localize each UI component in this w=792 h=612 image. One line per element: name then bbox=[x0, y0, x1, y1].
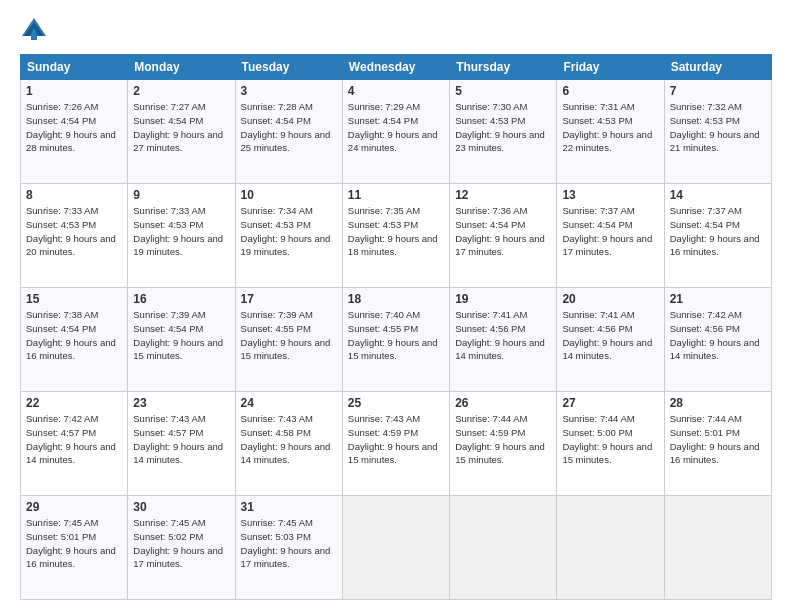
day-of-week-header: Friday bbox=[557, 55, 664, 80]
day-number: 6 bbox=[562, 84, 658, 98]
calendar-cell: 3Sunrise: 7:28 AMSunset: 4:54 PMDaylight… bbox=[235, 80, 342, 184]
day-number: 11 bbox=[348, 188, 444, 202]
calendar-cell: 11Sunrise: 7:35 AMSunset: 4:53 PMDayligh… bbox=[342, 184, 449, 288]
header bbox=[20, 16, 772, 44]
day-number: 8 bbox=[26, 188, 122, 202]
calendar-cell: 16Sunrise: 7:39 AMSunset: 4:54 PMDayligh… bbox=[128, 288, 235, 392]
day-info: Sunrise: 7:26 AMSunset: 4:54 PMDaylight:… bbox=[26, 100, 122, 155]
calendar-cell bbox=[557, 496, 664, 600]
day-of-week-header: Wednesday bbox=[342, 55, 449, 80]
day-info: Sunrise: 7:45 AMSunset: 5:03 PMDaylight:… bbox=[241, 516, 337, 571]
logo bbox=[20, 16, 52, 44]
day-info: Sunrise: 7:29 AMSunset: 4:54 PMDaylight:… bbox=[348, 100, 444, 155]
day-number: 4 bbox=[348, 84, 444, 98]
day-info: Sunrise: 7:33 AMSunset: 4:53 PMDaylight:… bbox=[133, 204, 229, 259]
calendar-cell: 22Sunrise: 7:42 AMSunset: 4:57 PMDayligh… bbox=[21, 392, 128, 496]
calendar-cell: 25Sunrise: 7:43 AMSunset: 4:59 PMDayligh… bbox=[342, 392, 449, 496]
calendar-cell: 1Sunrise: 7:26 AMSunset: 4:54 PMDaylight… bbox=[21, 80, 128, 184]
day-number: 25 bbox=[348, 396, 444, 410]
day-info: Sunrise: 7:43 AMSunset: 4:59 PMDaylight:… bbox=[348, 412, 444, 467]
day-info: Sunrise: 7:45 AMSunset: 5:01 PMDaylight:… bbox=[26, 516, 122, 571]
day-number: 13 bbox=[562, 188, 658, 202]
day-number: 10 bbox=[241, 188, 337, 202]
day-number: 29 bbox=[26, 500, 122, 514]
day-of-week-header: Tuesday bbox=[235, 55, 342, 80]
day-info: Sunrise: 7:44 AMSunset: 5:00 PMDaylight:… bbox=[562, 412, 658, 467]
logo-icon bbox=[20, 16, 48, 44]
calendar-cell: 9Sunrise: 7:33 AMSunset: 4:53 PMDaylight… bbox=[128, 184, 235, 288]
calendar-cell: 8Sunrise: 7:33 AMSunset: 4:53 PMDaylight… bbox=[21, 184, 128, 288]
day-info: Sunrise: 7:37 AMSunset: 4:54 PMDaylight:… bbox=[670, 204, 766, 259]
day-info: Sunrise: 7:34 AMSunset: 4:53 PMDaylight:… bbox=[241, 204, 337, 259]
day-number: 22 bbox=[26, 396, 122, 410]
calendar-cell: 21Sunrise: 7:42 AMSunset: 4:56 PMDayligh… bbox=[664, 288, 771, 392]
day-info: Sunrise: 7:44 AMSunset: 5:01 PMDaylight:… bbox=[670, 412, 766, 467]
day-info: Sunrise: 7:39 AMSunset: 4:55 PMDaylight:… bbox=[241, 308, 337, 363]
calendar-cell: 28Sunrise: 7:44 AMSunset: 5:01 PMDayligh… bbox=[664, 392, 771, 496]
day-number: 1 bbox=[26, 84, 122, 98]
calendar-header: SundayMondayTuesdayWednesdayThursdayFrid… bbox=[21, 55, 772, 80]
day-number: 9 bbox=[133, 188, 229, 202]
calendar-cell: 6Sunrise: 7:31 AMSunset: 4:53 PMDaylight… bbox=[557, 80, 664, 184]
calendar-cell bbox=[342, 496, 449, 600]
day-number: 21 bbox=[670, 292, 766, 306]
calendar-cell: 18Sunrise: 7:40 AMSunset: 4:55 PMDayligh… bbox=[342, 288, 449, 392]
day-number: 20 bbox=[562, 292, 658, 306]
day-info: Sunrise: 7:45 AMSunset: 5:02 PMDaylight:… bbox=[133, 516, 229, 571]
day-info: Sunrise: 7:30 AMSunset: 4:53 PMDaylight:… bbox=[455, 100, 551, 155]
day-info: Sunrise: 7:32 AMSunset: 4:53 PMDaylight:… bbox=[670, 100, 766, 155]
day-number: 15 bbox=[26, 292, 122, 306]
calendar-week-row: 8Sunrise: 7:33 AMSunset: 4:53 PMDaylight… bbox=[21, 184, 772, 288]
day-info: Sunrise: 7:35 AMSunset: 4:53 PMDaylight:… bbox=[348, 204, 444, 259]
calendar-cell bbox=[450, 496, 557, 600]
day-number: 27 bbox=[562, 396, 658, 410]
calendar-cell bbox=[664, 496, 771, 600]
calendar-cell: 10Sunrise: 7:34 AMSunset: 4:53 PMDayligh… bbox=[235, 184, 342, 288]
calendar-cell: 31Sunrise: 7:45 AMSunset: 5:03 PMDayligh… bbox=[235, 496, 342, 600]
calendar-week-row: 1Sunrise: 7:26 AMSunset: 4:54 PMDaylight… bbox=[21, 80, 772, 184]
calendar-cell: 5Sunrise: 7:30 AMSunset: 4:53 PMDaylight… bbox=[450, 80, 557, 184]
calendar-week-row: 29Sunrise: 7:45 AMSunset: 5:01 PMDayligh… bbox=[21, 496, 772, 600]
calendar-cell: 26Sunrise: 7:44 AMSunset: 4:59 PMDayligh… bbox=[450, 392, 557, 496]
day-number: 28 bbox=[670, 396, 766, 410]
calendar-week-row: 22Sunrise: 7:42 AMSunset: 4:57 PMDayligh… bbox=[21, 392, 772, 496]
day-info: Sunrise: 7:36 AMSunset: 4:54 PMDaylight:… bbox=[455, 204, 551, 259]
day-of-week-header: Thursday bbox=[450, 55, 557, 80]
day-number: 2 bbox=[133, 84, 229, 98]
calendar-cell: 2Sunrise: 7:27 AMSunset: 4:54 PMDaylight… bbox=[128, 80, 235, 184]
day-number: 12 bbox=[455, 188, 551, 202]
day-info: Sunrise: 7:42 AMSunset: 4:57 PMDaylight:… bbox=[26, 412, 122, 467]
calendar-week-row: 15Sunrise: 7:38 AMSunset: 4:54 PMDayligh… bbox=[21, 288, 772, 392]
calendar-body: 1Sunrise: 7:26 AMSunset: 4:54 PMDaylight… bbox=[21, 80, 772, 600]
day-number: 18 bbox=[348, 292, 444, 306]
day-info: Sunrise: 7:41 AMSunset: 4:56 PMDaylight:… bbox=[455, 308, 551, 363]
calendar-cell: 29Sunrise: 7:45 AMSunset: 5:01 PMDayligh… bbox=[21, 496, 128, 600]
day-info: Sunrise: 7:42 AMSunset: 4:56 PMDaylight:… bbox=[670, 308, 766, 363]
day-info: Sunrise: 7:39 AMSunset: 4:54 PMDaylight:… bbox=[133, 308, 229, 363]
day-number: 19 bbox=[455, 292, 551, 306]
svg-rect-2 bbox=[31, 34, 37, 40]
day-number: 7 bbox=[670, 84, 766, 98]
day-info: Sunrise: 7:43 AMSunset: 4:58 PMDaylight:… bbox=[241, 412, 337, 467]
day-info: Sunrise: 7:41 AMSunset: 4:56 PMDaylight:… bbox=[562, 308, 658, 363]
calendar-cell: 23Sunrise: 7:43 AMSunset: 4:57 PMDayligh… bbox=[128, 392, 235, 496]
day-number: 26 bbox=[455, 396, 551, 410]
day-info: Sunrise: 7:33 AMSunset: 4:53 PMDaylight:… bbox=[26, 204, 122, 259]
calendar-cell: 19Sunrise: 7:41 AMSunset: 4:56 PMDayligh… bbox=[450, 288, 557, 392]
day-number: 5 bbox=[455, 84, 551, 98]
day-of-week-header: Sunday bbox=[21, 55, 128, 80]
day-info: Sunrise: 7:31 AMSunset: 4:53 PMDaylight:… bbox=[562, 100, 658, 155]
day-number: 23 bbox=[133, 396, 229, 410]
calendar-cell: 20Sunrise: 7:41 AMSunset: 4:56 PMDayligh… bbox=[557, 288, 664, 392]
calendar-cell: 7Sunrise: 7:32 AMSunset: 4:53 PMDaylight… bbox=[664, 80, 771, 184]
day-number: 16 bbox=[133, 292, 229, 306]
day-of-week-header: Saturday bbox=[664, 55, 771, 80]
calendar-cell: 15Sunrise: 7:38 AMSunset: 4:54 PMDayligh… bbox=[21, 288, 128, 392]
day-info: Sunrise: 7:37 AMSunset: 4:54 PMDaylight:… bbox=[562, 204, 658, 259]
day-of-week-header: Monday bbox=[128, 55, 235, 80]
day-info: Sunrise: 7:27 AMSunset: 4:54 PMDaylight:… bbox=[133, 100, 229, 155]
calendar-cell: 17Sunrise: 7:39 AMSunset: 4:55 PMDayligh… bbox=[235, 288, 342, 392]
calendar-cell: 14Sunrise: 7:37 AMSunset: 4:54 PMDayligh… bbox=[664, 184, 771, 288]
page: SundayMondayTuesdayWednesdayThursdayFrid… bbox=[0, 0, 792, 612]
day-info: Sunrise: 7:44 AMSunset: 4:59 PMDaylight:… bbox=[455, 412, 551, 467]
